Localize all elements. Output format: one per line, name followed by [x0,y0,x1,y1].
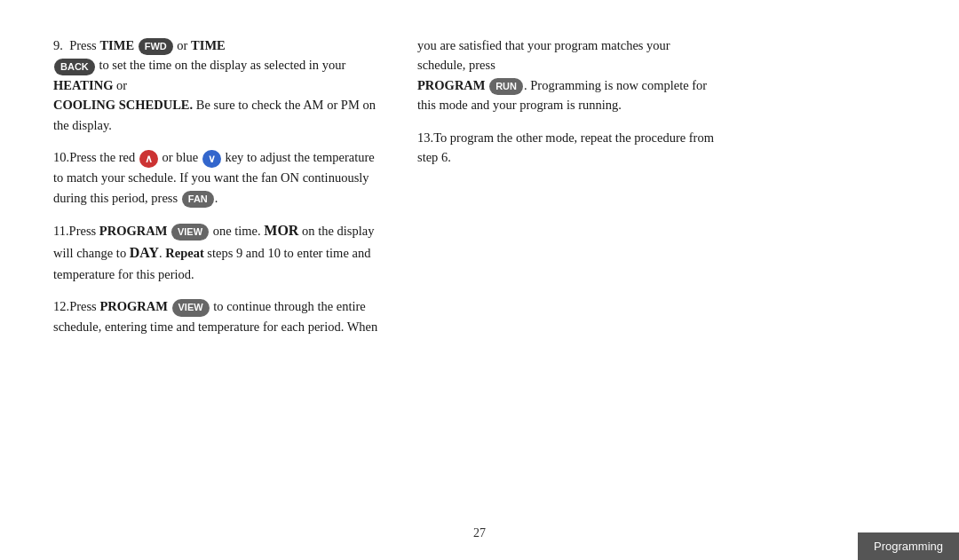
program-bold-11: PROGRAM [99,224,168,238]
step-9: 9. Press TIME FWD or TIME BACK to set th… [53,35,382,135]
step-11: 11.Press PROGRAM VIEW one time. MOR on t… [53,220,382,284]
step-13: 13.To program the other mode, repeat the… [417,128,719,168]
time-bold-2: TIME [191,38,226,52]
fwd-badge: FWD [139,38,173,55]
arrow-up-icon: ∧ [139,150,158,169]
program-bold-12: PROGRAM [99,299,168,313]
cooling-bold: COOLING SCHEDULE. [53,98,193,112]
day-bold: DAY [130,245,159,260]
step-12: 12.Press PROGRAM VIEW to continue throug… [53,296,382,336]
right-column: you are satisfied that your program matc… [417,35,719,471]
fan-badge: FAN [182,191,214,208]
page-number: 27 [0,524,959,542]
content-area: 9. Press TIME FWD or TIME BACK to set th… [53,35,906,471]
view-badge-12: VIEW [172,299,210,316]
run-badge: RUN [489,78,523,95]
programming-tab: Programming [858,532,959,561]
arrow-down-icon: ∨ [202,150,221,169]
page-footer: 27 [0,524,959,542]
page-container: 9. Press TIME FWD or TIME BACK to set th… [0,0,959,560]
heating-bold: HEATING [53,78,113,92]
repeat-bold: Repeat [165,246,204,260]
view-badge-11: VIEW [171,224,209,241]
step-12-cont: you are satisfied that your program matc… [417,35,719,115]
left-column: 9. Press TIME FWD or TIME BACK to set th… [53,35,382,471]
mor-bold: MOR [264,223,298,238]
program-bold-run: PROGRAM [417,78,486,92]
back-badge: BACK [54,59,95,75]
time-bold-1: TIME [99,38,134,52]
step-10: 10.Press the red ∧ or blue ∨ key to adju… [53,147,382,208]
